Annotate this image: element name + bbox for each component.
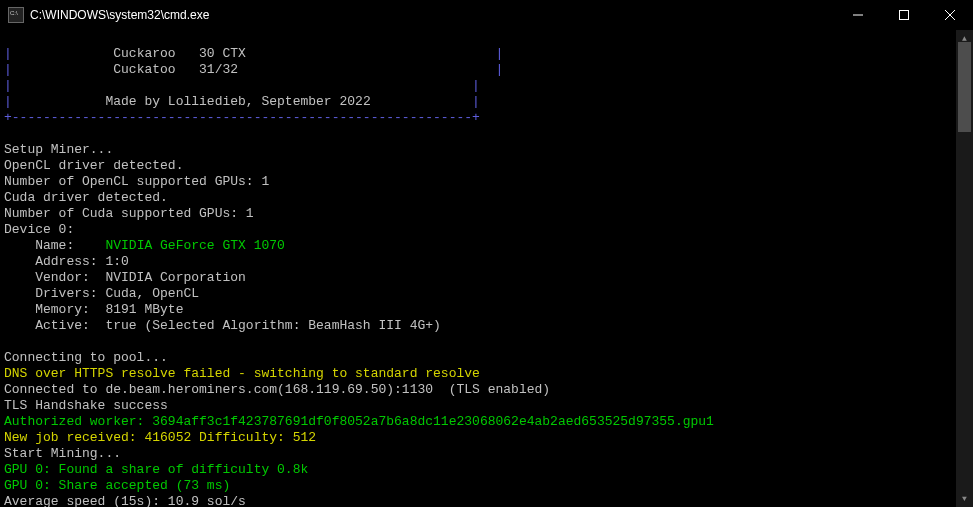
close-button[interactable] <box>927 0 973 30</box>
device-vendor: Vendor: NVIDIA Corporation <box>4 270 246 285</box>
device-active: Active: true (Selected Algorithm: BeamHa… <box>4 318 441 333</box>
banner-border: | <box>472 94 480 109</box>
pool-connected: Connected to de.beam.herominers.com(168.… <box>4 382 550 397</box>
setup-line: Number of Cuda supported GPUs: 1 <box>4 206 254 221</box>
pool-connecting: Connecting to pool... <box>4 350 168 365</box>
pool-tls: TLS Handshake success <box>4 398 168 413</box>
pool-start: Start Mining... <box>4 446 121 461</box>
device-drivers: Drivers: Cuda, OpenCL <box>4 286 199 301</box>
setup-line: OpenCL driver detected. <box>4 158 183 173</box>
device-name-label: Name: <box>4 238 105 253</box>
banner-text: Cuckatoo 31/32 <box>12 62 496 77</box>
window-controls <box>835 0 973 30</box>
setup-line: Setup Miner... <box>4 142 113 157</box>
banner-border: | <box>496 62 504 77</box>
banner-border: | <box>472 78 480 93</box>
setup-line: Device 0: <box>4 222 74 237</box>
close-icon <box>945 10 955 20</box>
share-accepted: GPU 0: Share accepted (73 ms) <box>4 478 230 493</box>
scrollbar[interactable]: ▲ ▼ <box>956 30 973 507</box>
share-found: GPU 0: Found a share of difficulty 0.8k <box>4 462 308 477</box>
window-title: C:\WINDOWS\system32\cmd.exe <box>30 8 835 22</box>
banner-border: | <box>4 78 12 93</box>
minimize-icon <box>853 10 863 20</box>
banner-text <box>12 78 472 93</box>
cmd-icon <box>8 7 24 23</box>
setup-line: Cuda driver detected. <box>4 190 168 205</box>
banner-dashline: +---------------------------------------… <box>4 110 480 125</box>
avg-speed: Average speed (15s): 10.9 sol/s <box>4 494 246 507</box>
titlebar: C:\WINDOWS\system32\cmd.exe <box>0 0 973 30</box>
maximize-icon <box>899 10 909 20</box>
pool-authorized: Authorized worker: 3694aff3c1f423787691d… <box>4 414 714 429</box>
minimize-button[interactable] <box>835 0 881 30</box>
device-name-value: NVIDIA GeForce GTX 1070 <box>105 238 284 253</box>
banner-text: Cuckaroo 30 CTX <box>12 46 496 61</box>
scroll-down-button[interactable]: ▼ <box>956 490 973 507</box>
scroll-thumb[interactable] <box>958 42 971 132</box>
banner-border: | <box>4 94 12 109</box>
pool-newjob: New job received: 416052 Difficulty: 512 <box>4 430 316 445</box>
device-address: Address: 1:0 <box>4 254 129 269</box>
banner-border: | <box>4 46 12 61</box>
banner-border: | <box>4 62 12 77</box>
pool-dns-fail: DNS over HTTPS resolve failed - switchin… <box>4 366 480 381</box>
device-memory: Memory: 8191 MByte <box>4 302 183 317</box>
setup-line: Number of OpenCL supported GPUs: 1 <box>4 174 269 189</box>
banner-credits: Made by Lolliedieb, September 2022 <box>12 94 472 109</box>
svg-rect-1 <box>900 11 909 20</box>
terminal-output: | Cuckaroo 30 CTX | | Cuckatoo 31/32 | |… <box>0 30 973 507</box>
maximize-button[interactable] <box>881 0 927 30</box>
banner-border: | <box>496 46 504 61</box>
